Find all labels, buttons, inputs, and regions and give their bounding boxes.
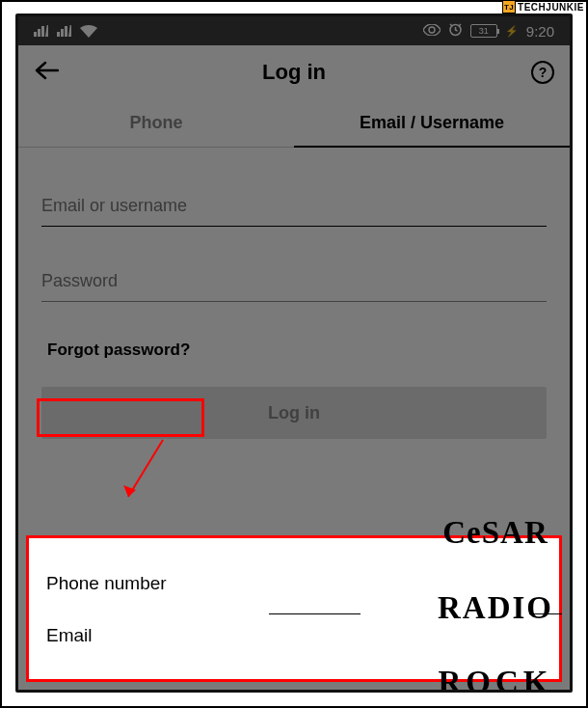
password-input[interactable]	[41, 261, 547, 302]
alarm-icon	[448, 22, 463, 40]
tj-badge-icon: TJ	[502, 0, 516, 14]
watermark-techjunkie-text: TECHJUNKIE	[518, 2, 584, 13]
login-button[interactable]: Log in	[41, 387, 547, 439]
watermark-line-left	[269, 613, 361, 614]
eye-icon	[423, 23, 441, 39]
back-arrow-icon[interactable]	[34, 59, 59, 86]
wifi-icon	[80, 25, 97, 38]
forgot-password-sheet: Phone number Email CeSAR RADIO ROCK	[26, 535, 562, 682]
status-bar: 31 ⚡ 9:20	[18, 16, 570, 45]
tab-email-username[interactable]: Email / Username	[294, 99, 570, 148]
battery-icon: 31	[470, 24, 497, 38]
battery-percent: 31	[479, 26, 489, 36]
watermark-cesar-radio-rock: CeSAR RADIO ROCK	[438, 472, 553, 693]
email-username-input[interactable]	[41, 186, 547, 227]
app-header: Log in ?	[18, 45, 570, 99]
charging-icon: ⚡	[505, 25, 519, 38]
login-form: Forgot password? Log in	[18, 148, 570, 439]
help-icon[interactable]: ?	[531, 61, 554, 84]
forgot-password-link[interactable]: Forgot password?	[41, 337, 196, 364]
signal-icon-2	[57, 25, 72, 37]
watermark-techjunkie: TJ TECHJUNKIE	[502, 0, 584, 14]
page-title: Log in	[262, 60, 326, 85]
tab-phone[interactable]: Phone	[18, 99, 294, 148]
signal-icon-1	[34, 25, 49, 37]
watermark-line-right	[529, 613, 562, 614]
login-tabs: Phone Email / Username	[18, 99, 570, 148]
status-time: 9:20	[526, 23, 554, 40]
phone-frame: 31 ⚡ 9:20 Log in ? Phone Email / Usernam…	[15, 14, 573, 693]
